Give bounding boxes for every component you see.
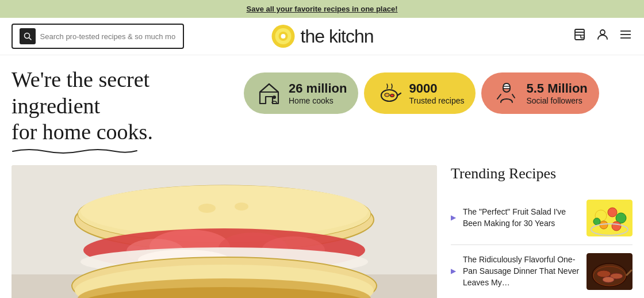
recipes-icon — [375, 79, 403, 107]
svg-point-16 — [273, 95, 276, 99]
trending-section: Trending Recipes ▶ The "Perfect" Fruit S… — [437, 165, 632, 298]
home-cooks-content: 26 million Home cooks — [289, 81, 347, 105]
search-icon[interactable] — [20, 28, 36, 44]
stats-badges: 26 million Home cooks 9 — [244, 72, 599, 114]
social-number: 5.5 Million — [526, 81, 587, 96]
svg-point-32 — [235, 203, 248, 211]
social-label: Social followers — [526, 96, 587, 105]
recipe-item-2[interactable]: ▶ The Ridiculously Flavorful One-Pan Sau… — [451, 245, 632, 298]
svg-line-18 — [397, 93, 401, 95]
user-icon[interactable] — [596, 28, 610, 45]
recipe-chevron-1: ▶ — [451, 213, 456, 222]
logo-icon — [271, 24, 296, 49]
recipes-label: Trusted recipes — [409, 96, 464, 105]
svg-point-49 — [612, 221, 621, 231]
hero-text: We're the secret ingredient for home coo… — [12, 67, 230, 156]
badge-recipes: 9000 Trusted recipes — [364, 72, 476, 114]
svg-rect-9 — [581, 35, 584, 38]
badge-home-cooks: 26 million Home cooks — [244, 72, 358, 114]
recipes-content: 9000 Trusted recipes — [409, 81, 464, 105]
trending-title: Trending Recipes — [451, 165, 632, 182]
bookmark-icon[interactable] — [573, 28, 586, 45]
svg-line-1 — [29, 38, 31, 40]
svg-line-24 — [512, 94, 515, 98]
svg-point-55 — [597, 270, 611, 277]
svg-point-20 — [390, 94, 394, 97]
header: the kitchn — [0, 18, 644, 55]
home-cooks-icon — [255, 79, 283, 107]
recipe-thumb-1 — [586, 200, 632, 236]
svg-point-31 — [198, 204, 216, 213]
svg-point-57 — [603, 277, 614, 282]
svg-point-46 — [608, 208, 617, 217]
svg-rect-22 — [503, 86, 510, 89]
recipe-thumb-2 — [586, 253, 632, 290]
logo-text: the kitchn — [301, 26, 374, 47]
home-cooks-number: 26 million — [289, 81, 347, 96]
recipes-number: 9000 — [409, 81, 464, 96]
recipe-chevron-2: ▶ — [451, 267, 456, 276]
hero-headline: We're the secret ingredient for home coo… — [12, 67, 230, 146]
top-banner: Save all your favorite recipes in one pl… — [0, 0, 644, 18]
social-icon — [493, 79, 520, 107]
svg-point-10 — [600, 30, 605, 35]
header-right — [573, 28, 632, 45]
svg-line-23 — [497, 94, 501, 99]
site-logo[interactable]: the kitchn — [271, 24, 374, 49]
social-content: 5.5 Million Social followers — [526, 81, 587, 105]
sandwich-illustration — [12, 165, 437, 298]
svg-point-5 — [281, 34, 286, 39]
home-cooks-label: Home cooks — [289, 96, 347, 105]
search-bar — [12, 24, 184, 49]
recipe-title-2: The Ridiculously Flavorful One-Pan Sausa… — [463, 254, 580, 288]
svg-point-19 — [385, 93, 389, 97]
svg-marker-14 — [260, 84, 278, 104]
search-input[interactable] — [40, 32, 176, 41]
svg-marker-15 — [260, 84, 278, 92]
main-content: Trending Recipes ▶ The "Perfect" Fruit S… — [0, 165, 644, 298]
recipe-title-1: The "Perfect" Fruit Salad I've Been Maki… — [463, 207, 580, 229]
hero-image — [12, 165, 437, 298]
badge-social: 5.5 Million Social followers — [481, 72, 599, 114]
banner-link[interactable]: Save all your favorite recipes in one pl… — [247, 5, 398, 13]
svg-point-50 — [593, 218, 600, 225]
recipe-item-1[interactable]: ▶ The "Perfect" Fruit Salad I've Been Ma… — [451, 192, 632, 245]
menu-icon[interactable] — [619, 28, 632, 45]
underline-decoration — [12, 147, 138, 154]
